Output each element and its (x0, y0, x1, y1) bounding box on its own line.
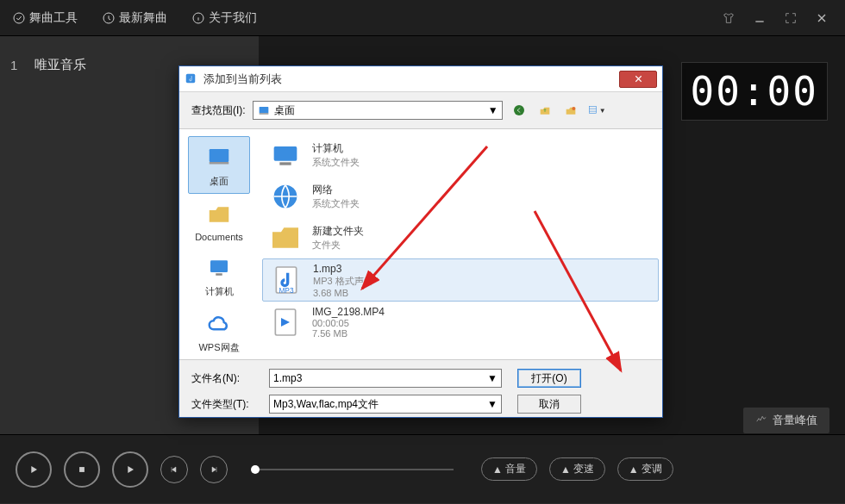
next-button[interactable] (200, 456, 228, 483)
svg-rect-13 (216, 273, 222, 276)
filetype-label: 文件类型(T): (191, 397, 269, 412)
lookin-combo[interactable]: 桌面 ▼ (253, 101, 503, 120)
file-size: 7.56 MB (312, 328, 385, 339)
computer-icon (201, 252, 237, 283)
clock-icon (102, 11, 116, 25)
desktop-icon (201, 142, 237, 173)
tshirt-icon[interactable] (721, 10, 736, 26)
svg-rect-5 (259, 107, 268, 113)
sidebar-item-label: 计算机 (205, 285, 234, 298)
menu-label: 最新舞曲 (119, 10, 167, 26)
svg-rect-3 (79, 467, 84, 472)
file-name: IMG_2198.MP4 (312, 306, 385, 318)
file-item[interactable]: 计算机系统文件夹 (262, 134, 659, 176)
file-size: 3.68 MB (313, 288, 373, 298)
computer-icon (267, 137, 304, 173)
sidebar-item-folder[interactable]: Documents (188, 194, 250, 247)
info-icon (191, 11, 205, 25)
file-name: 网络 (312, 183, 360, 197)
svg-rect-6 (259, 113, 268, 114)
filename-label: 文件名(N): (191, 371, 269, 386)
volume-pill[interactable]: ▲音量 (481, 457, 537, 481)
file-subtitle: 文件夹 (312, 239, 364, 252)
minimize-icon[interactable] (752, 10, 767, 26)
seek-knob[interactable] (251, 465, 260, 474)
mp3-icon: MP3 (268, 262, 304, 298)
menu-item-tools[interactable]: 舞曲工具 (0, 10, 90, 26)
menu-item-latest[interactable]: 最新舞曲 (90, 10, 179, 26)
sidebar-item-computer[interactable]: 计算机 (188, 247, 250, 303)
file-item[interactable]: MP31.mp3MP3 格式声音3.68 MB (262, 258, 659, 302)
menu-label: 舞曲工具 (29, 10, 78, 26)
view-menu-button[interactable]: ▼ (587, 101, 606, 120)
mp4-icon (267, 304, 304, 340)
chevron-down-icon: ▼ (488, 104, 498, 116)
sidebar-item-label: Documents (195, 232, 243, 242)
file-subtitle: MP3 格式声音 (313, 275, 373, 288)
file-subtitle: 系统文件夹 (312, 156, 360, 169)
network-icon (267, 178, 304, 215)
volume-peak-label: 音量峰值 (773, 413, 817, 428)
dialog-title: 添加到当前列表 (203, 72, 282, 87)
file-name: 计算机 (312, 141, 360, 156)
fullscreen-icon[interactable] (783, 10, 798, 26)
sidebar-item-label: WPS网盘 (198, 341, 239, 354)
filetype-combo[interactable]: Mp3,Wav,flac,mp4文件▼ (269, 395, 502, 414)
track-title: 唯亚音乐 (34, 57, 86, 73)
nav-back-button[interactable] (510, 101, 529, 120)
svg-rect-14 (274, 146, 297, 161)
cloud-icon (201, 308, 237, 339)
menu-label: 关于我们 (209, 10, 257, 26)
file-name: 1.mp3 (313, 263, 373, 275)
svg-rect-10 (210, 149, 229, 162)
file-item[interactable]: 网络系统文件夹 (262, 176, 659, 217)
speed-pill[interactable]: ▲变速 (549, 457, 605, 481)
cancel-button[interactable]: 取消 (517, 395, 581, 414)
filename-input[interactable]: 1.mp3▼ (269, 369, 502, 388)
svg-rect-12 (210, 260, 228, 272)
lookin-value: 桌面 (274, 103, 295, 118)
file-item[interactable]: IMG_2198.MP400:00:057.56 MB (262, 302, 659, 343)
close-icon[interactable] (814, 10, 829, 26)
lookin-label: 查找范围(I): (191, 103, 246, 118)
music-note-icon (185, 72, 198, 86)
pitch-pill[interactable]: ▲变调 (617, 457, 673, 481)
seek-slider[interactable] (255, 469, 454, 470)
svg-point-8 (572, 107, 575, 110)
open-button[interactable]: 打开(O) (517, 369, 581, 388)
track-number: 1 (10, 58, 34, 72)
svg-rect-4 (186, 73, 196, 83)
file-subtitle: 00:00:05 (312, 318, 385, 328)
svg-rect-11 (210, 162, 229, 165)
sidebar-item-label: 桌面 (210, 175, 228, 188)
folder-icon (267, 220, 304, 256)
stop-button[interactable] (64, 451, 100, 488)
prev-button[interactable] (160, 456, 188, 483)
file-open-dialog: 添加到当前列表 查找范围(I): 桌面 ▼ ▼ 桌面Documents计算机WP… (178, 65, 663, 418)
svg-rect-9 (589, 106, 596, 113)
wrench-icon (12, 11, 26, 25)
svg-point-0 (14, 13, 24, 23)
time-display: 00:00 (681, 62, 828, 121)
play-button[interactable] (16, 451, 52, 488)
nav-up-button[interactable] (535, 101, 554, 120)
svg-rect-15 (279, 162, 291, 165)
new-folder-button[interactable] (561, 101, 580, 120)
folder-icon (201, 199, 237, 230)
file-name: 新建文件夹 (312, 224, 364, 239)
volume-peak-button[interactable]: 音量峰值 (743, 408, 829, 433)
file-item[interactable]: 新建文件夹文件夹 (262, 217, 659, 258)
play-button-2[interactable] (112, 451, 148, 488)
file-subtitle: 系统文件夹 (312, 197, 360, 210)
menu-item-about[interactable]: 关于我们 (179, 10, 269, 26)
svg-text:MP3: MP3 (279, 286, 293, 295)
sidebar-item-desktop[interactable]: 桌面 (188, 136, 250, 194)
svg-point-7 (514, 105, 524, 115)
dialog-close-button[interactable] (619, 71, 657, 88)
dialog-titlebar[interactable]: 添加到当前列表 (179, 66, 662, 92)
sidebar-item-cloud[interactable]: WPS网盘 (188, 303, 250, 359)
